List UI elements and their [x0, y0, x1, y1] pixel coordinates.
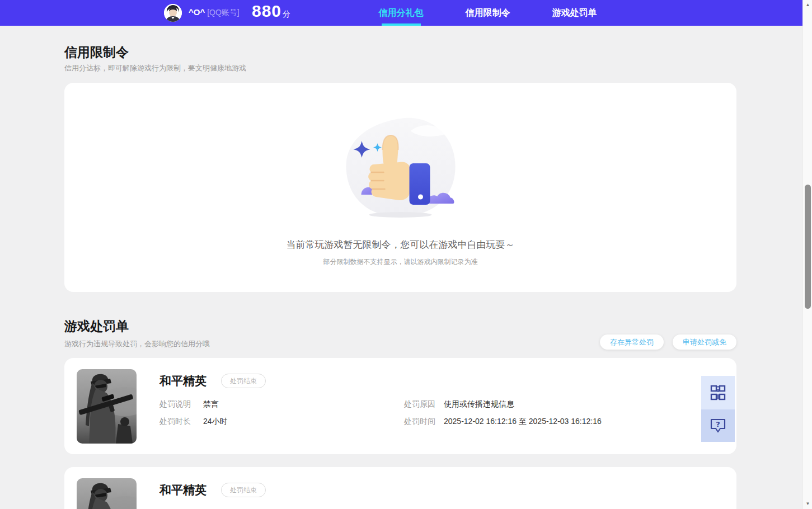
tab-credit-restriction[interactable]: 信用限制令 [444, 0, 531, 26]
penalty-relief-button[interactable]: 申请处罚减免 [673, 334, 736, 350]
penalty-section-title: 游戏处罚单 [64, 318, 129, 335]
game-thumbnail [77, 478, 137, 509]
penalty-card: 和平精英 处罚结束 处罚说明 禁言 处罚原因 使用或传播违规信息 处罚时长 24… [64, 358, 736, 454]
empty-state-note: 部分限制数据不支持显示，请以游戏内限制记录为准 [64, 257, 736, 267]
abnormal-penalty-button[interactable]: 存在异常处罚 [600, 334, 664, 350]
field-label: 处罚原因 [404, 399, 435, 409]
scrollbar-thumb[interactable] [805, 185, 811, 309]
game-name: 和平精英 [159, 482, 206, 498]
scrollbar-down-arrow[interactable]: ▼ [803, 499, 812, 508]
tab-label: 信用分礼包 [379, 8, 424, 17]
field-label: 处罚时长 [159, 417, 191, 427]
penalty-status-badge: 处罚结束 [221, 483, 266, 497]
avatar-image [164, 4, 182, 22]
credit-score-unit: 分 [283, 10, 290, 18]
scrollbar-up-arrow[interactable]: ▲ [803, 1, 812, 10]
field-value: 禁言 [203, 399, 219, 409]
avatar[interactable] [164, 4, 182, 22]
penalty-section-subtitle: 游戏行为违规导致处罚，会影响您的信用分哦 [64, 339, 210, 349]
help-button[interactable]: ? [701, 409, 735, 442]
active-tab-underline [382, 23, 421, 26]
field-value: 24小时 [203, 417, 228, 427]
help-bubble-icon: ? [710, 418, 726, 433]
credit-score-value: 880 [252, 2, 281, 20]
header-tabs: 信用分礼包 信用限制令 游戏处罚单 [358, 0, 618, 26]
penalty-status-badge: 处罚结束 [221, 374, 266, 388]
tab-game-penalty[interactable]: 游戏处罚单 [531, 0, 618, 26]
user-nickname: ^O^ [189, 7, 205, 17]
tab-label: 游戏处罚单 [552, 8, 597, 17]
svg-text:?: ? [716, 420, 720, 428]
page-scrollbar[interactable]: ▲ ▼ [802, 0, 812, 509]
restriction-section-subtitle: 信用分达标，即可解除游戏行为限制，要文明健康地游戏 [64, 63, 246, 73]
restriction-section-title: 信用限制令 [64, 44, 129, 61]
restriction-empty-card: 当前常玩游戏暂无限制令，您可以在游戏中自由玩耍～ 部分限制数据不支持显示，请以游… [64, 83, 736, 292]
field-value: 使用或传播违规信息 [444, 399, 514, 409]
game-thumbnail [77, 369, 137, 444]
field-label: 处罚时间 [404, 417, 435, 427]
top-header: ^O^[QQ账号] 880分 信用分礼包 信用限制令 游戏处罚单 [0, 0, 802, 26]
field-label: 处罚说明 [159, 399, 191, 409]
qr-code-button[interactable] [701, 376, 735, 409]
user-account-type: [QQ账号] [207, 8, 240, 17]
credit-score: 880分 [252, 2, 290, 21]
game-name: 和平精英 [159, 373, 206, 389]
tab-credit-gift[interactable]: 信用分礼包 [358, 0, 444, 26]
field-value: 2025-12-02 16:12:16 至 2025-12-03 16:12:1… [444, 417, 602, 427]
user-name: ^O^[QQ账号] [189, 7, 240, 18]
qr-code-icon [710, 385, 726, 400]
tab-label: 信用限制令 [466, 8, 510, 17]
thumbs-up-illustration [343, 115, 458, 221]
empty-state-message: 当前常玩游戏暂无限制令，您可以在游戏中自由玩耍～ [64, 238, 736, 251]
penalty-card: 和平精英 处罚结束 [64, 467, 736, 509]
